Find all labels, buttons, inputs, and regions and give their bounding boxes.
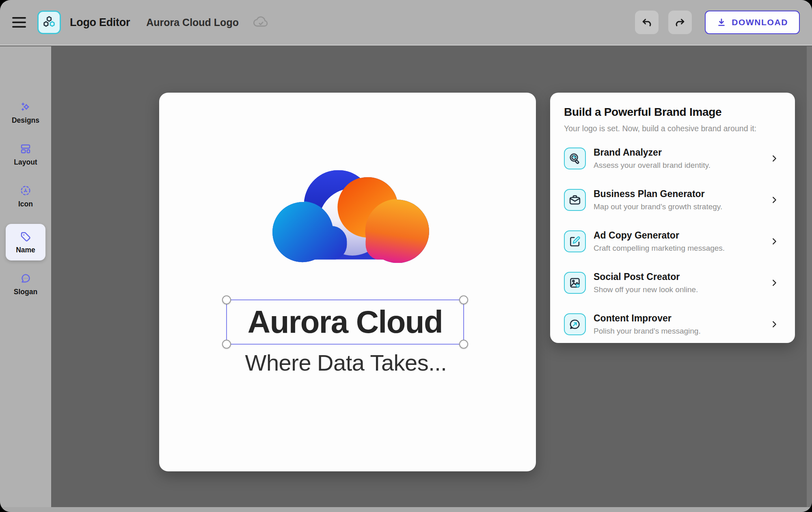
resize-handle-top-right[interactable] [459,295,468,304]
sidebar-label: Layout [14,158,37,167]
sidebar-item-icon[interactable]: Icon [0,184,51,208]
tool-desc: Assess your overall brand identity. [594,161,710,170]
screen: Logo Editor Aurora Cloud Logo [0,0,812,512]
resize-handle-top-left[interactable] [222,295,231,304]
app-window: Logo Editor Aurora Cloud Logo [0,0,812,512]
cloud-saved-icon [253,15,270,30]
logo-canvas[interactable]: Aurora Cloud Where Data Takes... [159,93,536,471]
layout-icon [19,143,32,155]
bubble-arrow-icon [564,313,586,335]
left-toolbar: Designs Layout Icon Name [0,46,51,507]
sidebar-item-layout[interactable]: Layout [0,143,51,167]
sidebar-label: Name [16,246,35,254]
speech-bubble-icon [19,272,32,284]
tool-title: Social Post Creator [594,271,698,282]
tool-title: Business Plan Generator [594,189,722,200]
app-title: Logo Editor [70,16,130,29]
app-logo-icon[interactable] [37,11,61,34]
dashed-circle-icon [19,184,32,197]
tool-item-brand-analyzer[interactable]: Brand Analyzer Assess your overall brand… [564,144,781,173]
brand-tools-panel: Build a Powerful Brand Image Your logo i… [550,93,795,343]
top-toolbar: Logo Editor Aurora Cloud Logo [0,0,812,46]
briefcase-icon [564,189,586,211]
tool-item-ad-copy-generator[interactable]: Ad Copy Generator Craft compelling marke… [564,227,781,256]
tool-desc: Polish your brand’s messaging. [594,327,701,336]
brand-name-text[interactable]: Aurora Cloud [248,304,443,341]
undo-button[interactable] [635,11,659,34]
chevron-right-icon [770,237,779,246]
scroll-gutter [807,46,812,507]
chevron-right-icon [770,320,779,329]
tool-list: Brand Analyzer Assess your overall brand… [564,144,781,338]
chevron-right-icon [770,278,779,287]
redo-button[interactable] [668,11,692,34]
sidebar-item-slogan[interactable]: Slogan [0,272,51,296]
slogan-text[interactable]: Where Data Takes... [204,349,488,376]
image-heart-icon [564,272,586,294]
tool-title: Ad Copy Generator [594,230,725,241]
tool-item-content-improver[interactable]: Content Improver Polish your brand’s mes… [564,310,781,338]
menu-icon[interactable] [12,17,26,28]
resize-handle-bottom-left[interactable] [222,340,231,349]
sidebar-label: Designs [12,116,39,125]
sidebar-label: Slogan [14,288,37,296]
tool-desc: Craft compelling marketing messages. [594,244,725,253]
tool-title: Content Improver [594,313,701,324]
brand-name-selection-box[interactable]: Aurora Cloud [226,299,464,345]
magnifier-pie-icon [564,148,586,169]
sidebar-item-name[interactable]: Name [6,224,45,260]
sparkles-icon [19,101,32,113]
tool-title: Brand Analyzer [594,147,710,158]
resize-handle-bottom-right[interactable] [459,340,468,349]
tool-item-social-post-creator[interactable]: Social Post Creator Show off your new lo… [564,269,781,297]
download-label: DOWNLOAD [732,17,788,27]
download-button[interactable]: DOWNLOAD [705,11,800,34]
panel-subtitle: Your logo is set. Now, build a cohesive … [564,124,781,133]
pencil-note-icon [564,230,586,252]
panel-title: Build a Powerful Brand Image [564,106,781,119]
cloud-logo-image[interactable] [262,167,439,264]
chevron-right-icon [770,154,779,163]
chevron-right-icon [770,195,779,204]
sidebar-label: Icon [18,200,33,208]
tool-desc: Show off your new look online. [594,285,698,294]
window-bottom-edge [0,507,812,512]
download-icon [717,17,726,27]
sidebar-item-designs[interactable]: Designs [0,101,51,125]
document-title: Aurora Cloud Logo [146,17,239,28]
tool-item-business-plan-generator[interactable]: Business Plan Generator Map out your bra… [564,186,781,214]
tag-icon [19,230,32,243]
tool-desc: Map out your brand’s growth strategy. [594,202,722,211]
